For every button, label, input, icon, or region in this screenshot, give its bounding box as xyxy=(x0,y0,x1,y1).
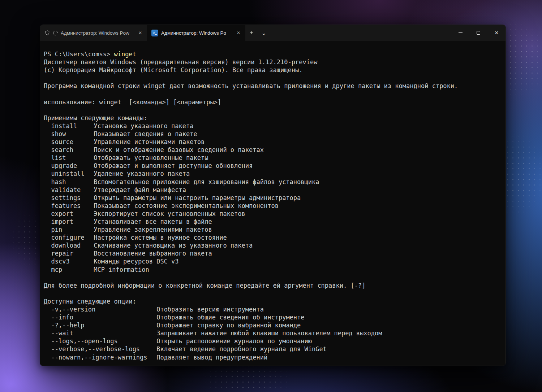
terminal-window: Администратор: Windows Pow ✕ >_ Админист… xyxy=(40,25,506,366)
command-row-name: configure xyxy=(51,234,94,241)
command-row-description: Установка указанного пакета xyxy=(94,122,193,130)
command-row-name: mcp xyxy=(51,266,94,274)
tab-powershell-admin-2[interactable]: >_ Администратор: Windows Po ✕ xyxy=(147,25,245,41)
option-row: -?,--helpОтображает справку по выбранной… xyxy=(44,321,503,329)
command-row: showПоказывает сведения о пакете xyxy=(44,130,503,138)
command-row-name: uninstall xyxy=(51,170,94,178)
version-line: Диспетчер пакетов Windows (предварительн… xyxy=(44,58,503,66)
typed-command: winget xyxy=(114,51,136,58)
new-tab-button[interactable]: + xyxy=(245,25,258,41)
command-row-description: Отображает и выполняет доступные обновле… xyxy=(94,162,253,170)
commands-list: installУстановка указанного пакетаshowПо… xyxy=(44,122,503,274)
command-row-description: Отображать установленные пакеты xyxy=(94,154,208,162)
command-row-name: import xyxy=(51,218,94,226)
command-row-description: Устанавливает все пакеты в файле xyxy=(94,218,212,226)
option-row: --logs,--open-logsОткрыть расположение ж… xyxy=(44,337,503,345)
command-row-name: validate xyxy=(51,186,94,194)
titlebar[interactable]: Администратор: Windows Pow ✕ >_ Админист… xyxy=(40,25,506,41)
options-title: Доступны следующие опции: xyxy=(44,297,503,305)
command-row-description: Управление источниками пакетов xyxy=(94,138,205,146)
command-row: repairВосстановление выбранного пакета xyxy=(44,249,503,257)
command-row-name: export xyxy=(51,210,94,218)
command-row-name: pin xyxy=(51,226,94,234)
command-row: featuresПоказывает состояние эксперимент… xyxy=(44,202,503,210)
option-row-description: Включает ведение подробного журнала для … xyxy=(156,345,327,353)
command-row-description: Удаление указанного пакета xyxy=(94,170,190,178)
command-row: searchПоиск и отображение базовых сведен… xyxy=(44,146,503,154)
command-row-name: features xyxy=(51,202,94,210)
command-row-name: install xyxy=(51,122,94,130)
option-row-description: Отображает справку по выбранной команде xyxy=(156,321,301,329)
option-row-name: --nowarn,--ignore-warnings xyxy=(51,353,156,361)
command-row: hashВспомогательное приложение для хэшир… xyxy=(44,178,503,186)
close-icon: ✕ xyxy=(494,30,499,35)
command-row-name: repair xyxy=(51,249,94,257)
tab-label: Администратор: Windows Pow xyxy=(61,30,133,36)
command-row: installУстановка указанного пакета xyxy=(44,122,503,130)
powershell-icon: >_ xyxy=(151,30,158,36)
option-row-name: --info xyxy=(51,313,156,321)
blank-line xyxy=(44,274,503,282)
command-row-description: Экспортирует список установленных пакето… xyxy=(94,210,245,218)
option-row-name: --wait xyxy=(51,329,156,337)
copyright-line: (c) Корпорация Майкрософт (Microsoft Cor… xyxy=(44,66,503,74)
option-row-name: --verbose,--verbose-logs xyxy=(51,345,156,353)
terminal-content[interactable]: PS C:\Users\comss> winget Диспетчер паке… xyxy=(40,41,506,366)
option-row-description: Отображать общие сведения об инструменте xyxy=(156,313,304,321)
tab-powershell-admin-1[interactable]: Администратор: Windows Pow ✕ xyxy=(40,25,147,41)
command-row: importУстанавливает все пакеты в файле xyxy=(44,218,503,226)
command-row-name: settings xyxy=(51,194,94,202)
option-row-name: -?,--help xyxy=(51,321,156,329)
command-row-description: Поиск и отображение базовых сведений о п… xyxy=(94,146,264,154)
command-row-description: Показывает состояние экспериментальных к… xyxy=(94,202,279,210)
command-row-description: Утверждает файл манифеста xyxy=(94,186,186,194)
command-row-description: MCP information xyxy=(94,266,149,274)
command-row-name: list xyxy=(51,154,94,162)
option-row-name: --logs,--open-logs xyxy=(51,337,156,345)
command-row: upgradeОтображает и выполняет доступные … xyxy=(44,162,503,170)
tab-progress-spinner-icon xyxy=(52,30,59,36)
description-line: Программа командной строки winget дает в… xyxy=(44,82,503,90)
minimize-button[interactable] xyxy=(451,25,469,41)
command-row: exportЭкспортирует список установленных … xyxy=(44,210,503,218)
option-row-description: Запрашивает нажатие любой клавиши пользо… xyxy=(156,329,382,337)
command-row: mcpMCP information xyxy=(44,266,503,274)
commands-title: Применимы следующие команды: xyxy=(44,114,503,122)
options-list: -v,--versionОтобразить версию инструмент… xyxy=(44,305,503,361)
command-row-name: download xyxy=(51,241,94,249)
option-row-description: Подавляет вывод предупреждений xyxy=(156,353,267,361)
command-row: pinУправление закреплениями пакетов xyxy=(44,226,503,234)
command-row: listОтображать установленные пакеты xyxy=(44,154,503,162)
tab-label: Администратор: Windows Po xyxy=(161,30,232,36)
command-row: dscv3Команды ресурсов DSC v3 xyxy=(44,257,503,265)
command-row-description: Открыть параметры или настроить параметр… xyxy=(94,194,301,202)
option-row: --infoОтображать общие сведения об инстр… xyxy=(44,313,503,321)
command-row-description: Восстановление выбранного пакета xyxy=(94,249,212,257)
command-row: settingsОткрыть параметры или настроить … xyxy=(44,194,503,202)
tab-close-icon[interactable]: ✕ xyxy=(235,29,242,37)
maximize-button[interactable] xyxy=(469,25,487,41)
command-row: validateУтверждает файл манифеста xyxy=(44,186,503,194)
maximize-icon xyxy=(477,31,480,35)
blank-line xyxy=(44,106,503,114)
option-row-description: Отобразить версию инструмента xyxy=(156,305,264,313)
command-row-name: upgrade xyxy=(51,162,94,170)
command-row-description: Управление закреплениями пакетов xyxy=(94,226,212,234)
option-row: --waitЗапрашивает нажатие любой клавиши … xyxy=(44,329,503,337)
minimize-icon xyxy=(459,32,463,33)
blank-line xyxy=(44,90,503,98)
command-row-description: Скачивание установщика из указанного пак… xyxy=(94,241,253,249)
admin-shield-icon xyxy=(44,30,50,36)
tab-close-icon[interactable]: ✕ xyxy=(136,29,144,37)
titlebar-drag-area[interactable] xyxy=(270,25,451,41)
command-row-description: Вспомогательное приложение для хэширован… xyxy=(94,178,319,186)
tab-dropdown-button[interactable]: ⌄ xyxy=(258,25,270,41)
command-row-name: show xyxy=(51,130,94,138)
command-row-name: dscv3 xyxy=(51,257,94,265)
command-row: configureНастройка системы в нужное сост… xyxy=(44,234,503,241)
close-button[interactable]: ✕ xyxy=(487,25,506,41)
command-row-name: source xyxy=(51,138,94,146)
usage-line: использование: winget [<команда>] [<пара… xyxy=(44,98,503,106)
command-row-name: search xyxy=(51,146,94,154)
command-row: sourceУправление источниками пакетов xyxy=(44,138,503,146)
